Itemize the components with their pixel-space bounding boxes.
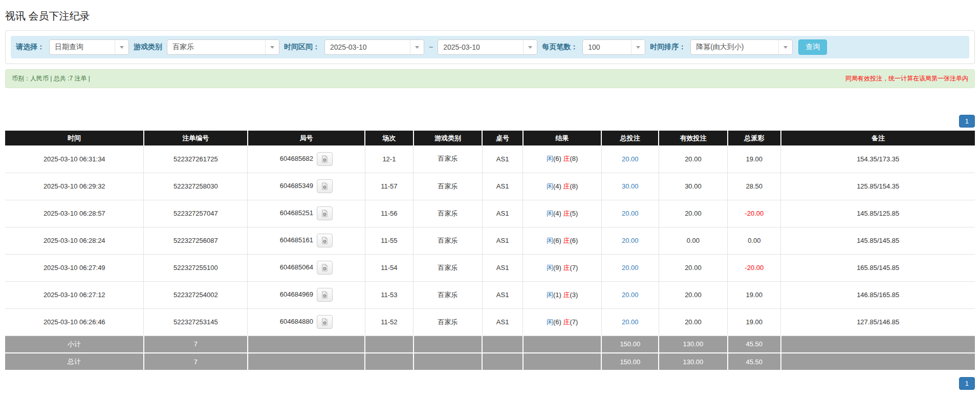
total-bet-link[interactable]: 20.00: [622, 291, 639, 299]
date-to-value: 2025-03-10: [438, 40, 523, 54]
total-bet-link[interactable]: 20.00: [622, 155, 639, 163]
select-mode-label: 请选择：: [16, 43, 45, 52]
cell-total-bet: 20.00: [601, 200, 659, 227]
cell-round-id: 604685682: [248, 145, 365, 173]
video-replay-icon[interactable]: [317, 206, 333, 220]
cell-session: 11-53: [365, 281, 413, 308]
player-result-points: (6): [553, 155, 561, 162]
table-row: 2025-03-10 06:28:24522327256087604685161…: [5, 227, 975, 254]
total-count: 7: [144, 353, 248, 370]
page-number-button[interactable]: 1: [959, 115, 975, 128]
subtotal-valid-bet: 130.00: [659, 336, 728, 353]
cell-total-bet: 20.00: [601, 254, 659, 281]
table-row: 2025-03-10 06:26:46522327253145604684880…: [5, 308, 975, 336]
col-header-bet-id: 注单编号: [144, 131, 248, 145]
cell-total-bet: 30.00: [601, 173, 659, 200]
time-sort-dropdown[interactable]: 降冪(由大到小): [690, 39, 793, 55]
video-replay-icon[interactable]: [317, 315, 333, 329]
cell-note: 125.85/154.35: [781, 173, 975, 200]
cell-total-bet: 20.00: [601, 281, 659, 308]
cell-game-type: 百家乐: [413, 227, 483, 254]
total-bet-link[interactable]: 30.00: [622, 182, 639, 190]
cell-time: 2025-03-10 06:27:12: [5, 281, 144, 308]
game-type-dropdown[interactable]: 百家乐: [167, 39, 279, 55]
banker-result-label: 庄: [563, 155, 570, 162]
query-mode-dropdown[interactable]: 日期查询: [49, 39, 129, 55]
video-replay-icon[interactable]: [317, 288, 333, 302]
cell-session: 11-55: [365, 227, 413, 254]
date-from-picker[interactable]: 2025-03-10: [324, 39, 424, 55]
cell-payout: 0.00: [728, 227, 781, 254]
page-size-dropdown[interactable]: 100: [582, 39, 645, 55]
total-bet-link[interactable]: 20.00: [622, 318, 639, 326]
cell-valid-bet: 30.00: [659, 173, 728, 200]
caret-down-icon[interactable]: [410, 40, 424, 54]
total-bet-link[interactable]: 20.00: [622, 237, 639, 244]
cell-round-id: 604685064: [248, 254, 365, 281]
subtotal-note: [781, 336, 975, 353]
table-body: 2025-03-10 06:31:34522327261725604685682…: [5, 145, 975, 370]
summary-notice-bar: 币别：人民币 | 总共 :7 注单 | 同局有效投注，统一计算在该局第一张注单内: [5, 69, 975, 88]
round-id-text: 604685682: [280, 155, 313, 162]
subtotal-round: [248, 336, 365, 353]
player-result-points: (6): [553, 237, 561, 244]
cell-table-no: AS1: [482, 281, 523, 308]
filter-panel: 请选择： 日期查询 游戏类别 百家乐 时间区间： 2025-03-10 ~ 20…: [5, 30, 975, 64]
cell-table-no: AS1: [482, 200, 523, 227]
subtotal-session: [365, 336, 413, 353]
video-replay-icon[interactable]: [317, 261, 333, 275]
cell-time: 2025-03-10 06:29:32: [5, 173, 144, 200]
valid-bet-notice-text: 同局有效投注，统一计算在该局第一张注单内: [845, 74, 968, 83]
video-replay-icon[interactable]: [317, 152, 333, 166]
date-to-picker[interactable]: 2025-03-10: [438, 39, 537, 55]
cell-valid-bet: 20.00: [659, 281, 728, 308]
col-header-game-type: 游戏类别: [413, 131, 483, 145]
video-replay-icon[interactable]: [317, 179, 333, 193]
table-row: 2025-03-10 06:27:49522327255100604685064…: [5, 254, 975, 281]
banker-result-points: (3): [570, 291, 578, 299]
total-valid-bet: 130.00: [659, 353, 728, 370]
cell-table-no: AS1: [482, 173, 523, 200]
cell-total-bet: 20.00: [601, 308, 659, 336]
round-id-text: 604685161: [280, 236, 313, 244]
cell-session: 11-56: [365, 200, 413, 227]
col-header-table-no: 桌号: [482, 131, 523, 145]
page-number-button[interactable]: 1: [959, 377, 975, 390]
cell-payout: 19.00: [728, 281, 781, 308]
player-result-points: (4): [553, 182, 561, 190]
caret-down-icon[interactable]: [631, 40, 645, 54]
col-header-session: 场次: [365, 131, 413, 145]
banker-result-points: (8): [570, 182, 578, 190]
range-separator: ~: [429, 43, 433, 51]
bet-records-table: 时间 注单编号 局号 场次 游戏类别 桌号 结果 总投注 有效投注 总派彩 备注…: [5, 131, 975, 371]
cell-time: 2025-03-10 06:28:24: [5, 227, 144, 254]
col-header-result: 结果: [523, 131, 601, 145]
table-row: 2025-03-10 06:28:57522327257047604685251…: [5, 200, 975, 227]
banker-result-points: (6): [570, 237, 578, 244]
cell-result: 闲(6) 庄(6): [523, 227, 601, 254]
search-button[interactable]: 查询: [798, 39, 827, 55]
caret-down-icon[interactable]: [265, 40, 279, 54]
cell-bet-id: 522327254002: [144, 281, 248, 308]
cell-round-id: 604685251: [248, 200, 365, 227]
caret-down-icon[interactable]: [115, 40, 128, 54]
date-range-label: 时间区间：: [284, 43, 320, 52]
caret-down-icon[interactable]: [523, 40, 537, 54]
cell-valid-bet: 20.00: [659, 200, 728, 227]
player-result-label: 闲: [547, 155, 553, 162]
total-payout: 45.50: [728, 353, 781, 370]
banker-result-label: 庄: [563, 318, 570, 326]
video-replay-icon[interactable]: [317, 234, 333, 247]
cell-valid-bet: 20.00: [659, 308, 728, 336]
time-sort-label: 时间排序：: [650, 43, 686, 52]
currency-summary-text: 币别：人民币 | 总共 :7 注单 |: [12, 74, 90, 83]
banker-result-label: 庄: [563, 291, 570, 299]
game-type-value: 百家乐: [167, 40, 265, 54]
player-result-label: 闲: [547, 264, 553, 272]
total-bet-link[interactable]: 20.00: [622, 264, 639, 272]
cell-result: 闲(6) 庄(8): [523, 145, 601, 173]
subtotal-game: [413, 336, 483, 353]
caret-down-icon[interactable]: [778, 40, 792, 54]
cell-game-type: 百家乐: [413, 281, 483, 308]
total-bet-link[interactable]: 20.00: [622, 210, 639, 217]
